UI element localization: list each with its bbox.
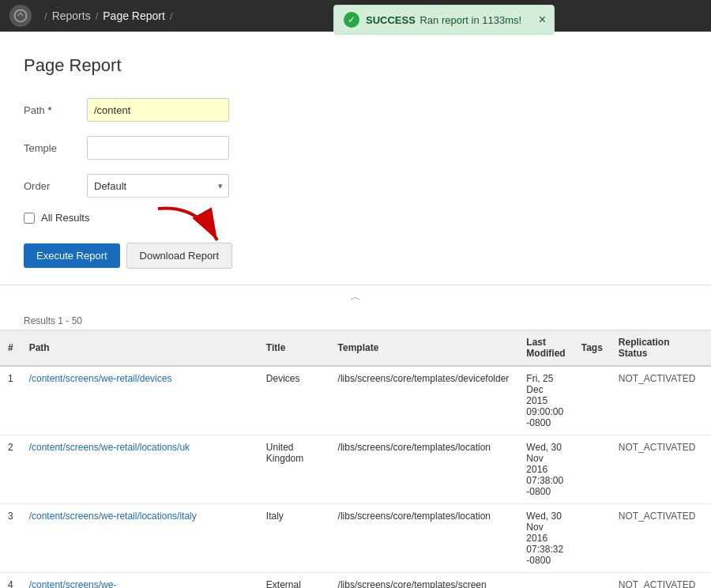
collapse-divider[interactable]: ︿ [0, 285, 711, 309]
cell-template: /libs/screens/core/templates/devicefolde… [330, 366, 519, 435]
cell-template: /libs/screens/core/templates/screen [330, 573, 519, 589]
table-row: 3 /content/screens/we-retail/locations/i… [0, 504, 711, 573]
cell-path[interactable]: /content/screens/we-retail/locations/uk [21, 435, 258, 504]
cell-replication-status: NOT_ACTIVATED [611, 504, 704, 573]
results-summary: Results 1 - 50 [0, 309, 711, 330]
path-input[interactable] [87, 98, 229, 122]
cell-path[interactable]: /content/screens/we-retail/locations/dem… [21, 573, 258, 589]
order-select-wrap: Default Title Last Modified ▾ [87, 174, 229, 198]
col-header-re: Re [703, 330, 711, 367]
cell-modified: Wed, 30 Nov 2016 07:38:32 -0800 [518, 504, 573, 573]
path-row: Path * [24, 98, 687, 122]
col-header-path: Path [21, 330, 258, 367]
buttons-area: Execute Report Download Report [24, 243, 687, 269]
main-content: Page Report Path * Temple Order Default … [0, 32, 711, 588]
cell-tags [574, 504, 611, 573]
execute-report-button[interactable]: Execute Report [24, 243, 120, 268]
path-required: * [47, 104, 51, 116]
col-header-num: # [0, 330, 21, 367]
breadcrumb-sep-1: / [44, 10, 47, 22]
cell-modified: Fri, 25 Dec 2015 09:00:00 -0800 [518, 366, 573, 435]
breadcrumb-sep-2: / [96, 10, 99, 22]
path-label: Path * [24, 104, 87, 116]
temple-input[interactable] [87, 136, 229, 160]
all-results-label: All Results [41, 212, 89, 224]
cell-tags [574, 573, 611, 589]
order-label: Order [24, 180, 87, 192]
all-results-row: All Results [24, 212, 687, 224]
app-logo [9, 5, 32, 27]
topbar: / Reports / Page Report / ✓ SUCCESS Ran … [0, 0, 711, 32]
notification-close-button[interactable]: × [539, 13, 546, 26]
notification-type: SUCCESS [366, 14, 416, 26]
cell-replication-status: NOT_ACTIVATED [611, 366, 704, 435]
cell-template: /libs/screens/core/templates/location [330, 504, 519, 573]
breadcrumb-page-report: Page Report [103, 9, 165, 22]
page-title: Page Report [24, 55, 687, 76]
success-icon: ✓ [344, 12, 359, 28]
cell-num: 1 [0, 366, 21, 435]
cell-re [703, 366, 711, 435]
breadcrumb-reports[interactable]: Reports [52, 9, 91, 22]
cell-re [703, 435, 711, 504]
success-notification: ✓ SUCCESS Ran report in 1133ms! × [333, 5, 555, 35]
col-header-modified: LastModified [518, 330, 573, 367]
cell-num: 4 [0, 573, 21, 589]
cell-re [703, 504, 711, 573]
cell-replication-status: NOT_ACTIVATED [611, 573, 704, 589]
cell-num: 3 [0, 504, 21, 573]
table-header-row: # Path Title Template LastModified Tags … [0, 330, 711, 367]
svg-point-0 [15, 10, 27, 22]
cell-title: Italy [258, 504, 330, 573]
cell-template: /libs/screens/core/templates/location [330, 435, 519, 504]
path-link[interactable]: /content/screens/we-retail/locations/uk [29, 442, 190, 453]
cell-re [703, 573, 711, 589]
cell-tags [574, 435, 611, 504]
table-row: 4 /content/screens/we-retail/locations/d… [0, 573, 711, 589]
all-results-checkbox[interactable] [24, 213, 35, 224]
temple-row: Temple [24, 136, 687, 160]
cell-title: External Screen [258, 573, 330, 589]
path-link[interactable]: /content/screens/we-retail/devices [29, 373, 172, 384]
breadcrumb-sep-3: / [170, 10, 173, 22]
temple-label: Temple [24, 142, 87, 154]
table-row: 2 /content/screens/we-retail/locations/u… [0, 435, 711, 504]
cell-modified: Wed, 30 Nov 2016 07:38:00 -0800 [518, 435, 573, 504]
cell-tags [574, 366, 611, 435]
col-header-title: Title [258, 330, 330, 367]
results-section: Results 1 - 50 # Path Title Template Las… [0, 309, 711, 588]
cell-modified [518, 573, 573, 589]
col-header-template: Template [330, 330, 519, 367]
cell-path[interactable]: /content/screens/we-retail/devices [21, 366, 258, 435]
order-row: Order Default Title Last Modified ▾ [24, 174, 687, 198]
notification-message: Ran report in 1133ms! [419, 14, 521, 26]
results-table: # Path Title Template LastModified Tags … [0, 330, 711, 588]
cell-replication-status: NOT_ACTIVATED [611, 435, 704, 504]
table-row: 1 /content/screens/we-retail/devices Dev… [0, 366, 711, 435]
order-select[interactable]: Default Title Last Modified [87, 174, 229, 198]
chevron-up-icon: ︿ [350, 290, 361, 303]
red-arrow-decoration [150, 205, 229, 252]
cell-title: Devices [258, 366, 330, 435]
path-link[interactable]: /content/screens/we-retail/locations/dem… [29, 579, 250, 588]
cell-path[interactable]: /content/screens/we-retail/locations/ita… [21, 504, 258, 573]
path-link[interactable]: /content/screens/we-retail/locations/ita… [29, 511, 197, 522]
cell-title: United Kingdom [258, 435, 330, 504]
col-header-replication: ReplicationStatus [611, 330, 704, 367]
cell-num: 2 [0, 435, 21, 504]
col-header-tags: Tags [574, 330, 611, 367]
